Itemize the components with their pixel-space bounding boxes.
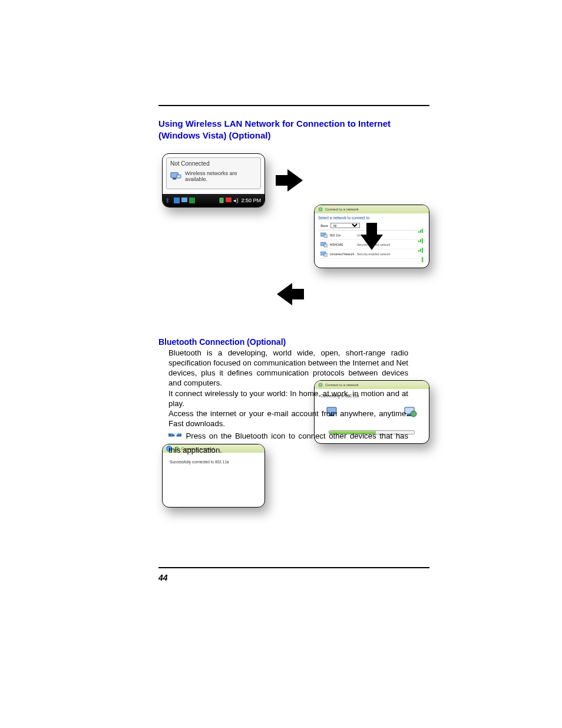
network-monitor-icon	[170, 172, 181, 181]
show-dropdown[interactable]: All	[330, 223, 360, 228]
network-name: 802.11a	[330, 233, 355, 237]
svg-rect-1	[173, 178, 176, 179]
network-item-icon	[320, 242, 328, 248]
arrow-right-icon	[276, 169, 304, 192]
screenshot-tray-tooltip: Not Connected Wireless networks are avai…	[162, 153, 265, 207]
tray-icon	[189, 197, 195, 203]
top-rule	[158, 105, 429, 106]
bluetooth-paragraph-3: Access the internet or your e-mail accou…	[168, 409, 408, 429]
network-name: MSHOME	[330, 243, 355, 246]
tray-clock: 2:50 PM	[241, 197, 261, 203]
heading-wlan: Using Wireless LAN Network for Connectio…	[158, 118, 429, 141]
success-status: Successfully connected to 802.11a	[170, 460, 229, 464]
network-tray-icon	[226, 197, 232, 203]
network-item-icon	[320, 232, 328, 238]
svg-rect-14	[324, 253, 328, 256]
select-network-prompt: Select a network to connect to	[318, 216, 369, 220]
tooltip-bubble: Not Connected Wireless networks are avai…	[166, 157, 261, 189]
tray-monitor-icon	[181, 197, 187, 203]
bluetooth-paragraph-4: BlueSoleil Press on the Bluetooth icon t…	[168, 429, 408, 455]
svg-rect-4	[181, 197, 187, 202]
globe-icon	[318, 207, 323, 212]
battery-tray-icon	[219, 197, 224, 203]
bluetooth-paragraph-4-text: Press on the Bluetooth icon to connect o…	[168, 432, 408, 455]
arrow-down-icon	[361, 223, 383, 251]
volume-tray-icon: ◂)	[233, 197, 239, 203]
svg-rect-5	[189, 197, 195, 203]
network-type: Security-enabled network	[357, 252, 415, 256]
bottom-rule	[158, 567, 429, 568]
heading-bluetooth: Bluetooth Connection (Optional)	[158, 337, 429, 347]
svg-rect-7	[226, 197, 232, 202]
document-page: Using Wireless LAN Network for Connectio…	[0, 0, 562, 728]
svg-rect-3	[174, 197, 180, 203]
window-title-text: Connect to a network	[325, 207, 359, 211]
svg-rect-10	[324, 235, 328, 238]
arrow-left-icon	[276, 283, 304, 305]
tooltip-message: Wireless networks are available.	[185, 170, 257, 182]
show-filter-row: Show All	[320, 223, 360, 228]
window-titlebar: Connect to a network	[315, 205, 429, 213]
signal-bars-icon	[417, 243, 423, 265]
tooltip-title: Not Connected	[170, 160, 257, 167]
network-name: Unnamed Network	[330, 252, 355, 256]
tray-icon	[174, 197, 180, 203]
bluetooth-paragraph-1: Bluetooth is a developing, world wide, o…	[168, 348, 408, 388]
svg-rect-2	[177, 175, 181, 179]
bluesoleil-icon: BlueSoleil	[168, 429, 183, 445]
svg-point-20	[411, 411, 416, 417]
page-number: 44	[158, 573, 168, 582]
bluetooth-body: Bluetooth is a developing, world wide, o…	[168, 348, 408, 455]
svg-rect-12	[324, 244, 328, 247]
network-item-icon	[320, 251, 328, 257]
bluetooth-tray-icon: ᛒ	[166, 197, 172, 203]
show-label: Show	[320, 224, 328, 228]
bluetooth-paragraph-2: It connect wirelessly to your world: In …	[168, 388, 408, 409]
svg-rect-6	[220, 198, 223, 203]
taskbar: ᛒ ◂) 2:50 PM	[163, 194, 265, 207]
